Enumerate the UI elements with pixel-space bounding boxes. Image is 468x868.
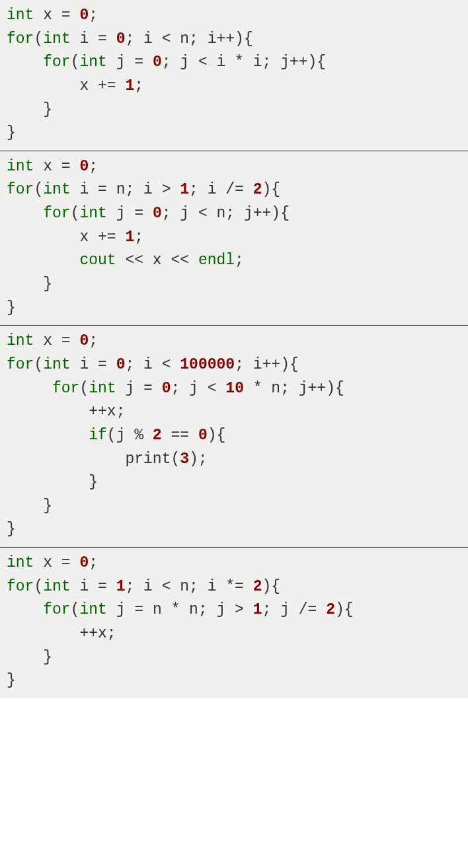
code-token: 0 xyxy=(79,554,89,571)
code-token: i = n; i > xyxy=(71,181,180,198)
code-token: } xyxy=(7,474,98,491)
code-token: int xyxy=(7,7,34,24)
code-token: for xyxy=(52,380,79,397)
code-token: print( xyxy=(7,451,180,468)
code-token: for xyxy=(7,30,34,48)
code-token: } xyxy=(7,101,52,118)
code-token: ; j < xyxy=(171,380,226,397)
code-token: j = xyxy=(107,54,153,71)
code-token: ( xyxy=(79,380,89,397)
code-token: 10 xyxy=(225,380,244,397)
code-token: ; j < n; j++){ xyxy=(162,205,290,222)
code-token: 0 xyxy=(153,54,162,71)
code-token: ; j /= xyxy=(262,601,327,618)
code-token: ( xyxy=(34,181,43,198)
code-token: x += xyxy=(7,77,125,94)
code-token: j = xyxy=(116,380,162,397)
code-token: x = xyxy=(34,7,79,24)
code-token: } xyxy=(7,299,16,316)
code-token xyxy=(7,205,43,222)
code-block: int x = 0; for(int i = 0; i < n; i++){ f… xyxy=(0,0,468,151)
code-token: } xyxy=(7,497,52,515)
code-token: } xyxy=(7,672,16,689)
code-token: ; i++){ xyxy=(235,356,299,373)
code-pre: int x = 0; for(int i = n; i > 1; i /= 2)… xyxy=(7,155,461,320)
code-token: x = xyxy=(34,554,79,571)
code-token: for xyxy=(7,356,34,373)
code-block: int x = 0; for(int i = n; i > 1; i /= 2)… xyxy=(0,151,468,326)
code-token: } xyxy=(7,521,16,538)
code-token: int xyxy=(43,578,70,595)
code-token: int xyxy=(79,601,106,618)
code-token: int xyxy=(43,30,70,48)
code-token: for xyxy=(43,54,70,71)
code-token: i = xyxy=(71,578,116,595)
code-token: ; xyxy=(89,554,98,571)
code-token: cout xyxy=(79,252,116,269)
code-token: 0 xyxy=(162,380,171,397)
code-token: 0 xyxy=(79,332,89,349)
code-token: ++x; xyxy=(7,403,125,420)
code-token: 0 xyxy=(198,427,208,444)
code-token: 0 xyxy=(79,158,89,175)
code-token: for xyxy=(7,181,34,198)
code-token: ; xyxy=(134,77,143,94)
code-token xyxy=(7,54,43,71)
code-token: 0 xyxy=(116,356,126,373)
code-token: ){ xyxy=(262,578,281,595)
code-token: 100000 xyxy=(180,356,235,373)
code-token: i = xyxy=(71,356,116,373)
code-token: int xyxy=(43,356,70,373)
code-token: ( xyxy=(34,30,43,48)
code-token: 1 xyxy=(125,229,134,246)
code-token xyxy=(7,601,43,618)
code-token: 0 xyxy=(153,205,162,222)
code-token: } xyxy=(7,649,52,666)
code-token: ( xyxy=(34,578,43,595)
code-token: 1 xyxy=(180,181,189,198)
code-token: for xyxy=(43,205,70,222)
code-token: ; xyxy=(134,229,143,246)
code-token: int xyxy=(7,332,34,349)
code-token: ){ xyxy=(262,181,281,198)
code-pre: int x = 0; for(int i = 0; i < 100000; i+… xyxy=(7,330,461,542)
code-snippet-list: int x = 0; for(int i = 0; i < n; i++){ f… xyxy=(0,0,468,698)
code-token: 1 xyxy=(125,77,134,94)
code-token: ; i /= xyxy=(189,181,253,198)
code-token xyxy=(7,380,52,397)
code-token: int xyxy=(89,380,116,397)
code-token xyxy=(7,427,89,444)
code-pre: int x = 0; for(int i = 0; i < n; i++){ f… xyxy=(7,4,461,145)
code-token: endl xyxy=(198,252,235,269)
code-token: 2 xyxy=(253,181,262,198)
code-block: int x = 0; for(int i = 1; i < n; i *= 2)… xyxy=(0,548,468,698)
code-token: 3 xyxy=(180,451,189,468)
code-token: int xyxy=(43,181,70,198)
code-token: ( xyxy=(71,54,80,71)
code-token: 2 xyxy=(326,601,335,618)
code-token: 1 xyxy=(116,578,126,595)
code-token xyxy=(7,252,79,269)
code-token: int xyxy=(79,54,106,71)
code-token: ){ xyxy=(335,601,354,618)
code-token: j = n * n; j > xyxy=(107,601,253,618)
code-token: i = xyxy=(71,30,116,48)
code-token: * n; j++){ xyxy=(244,380,344,397)
code-token: << x << xyxy=(116,252,198,269)
code-token: 1 xyxy=(253,601,262,618)
code-token: ){ xyxy=(208,427,226,444)
code-token: ; i < n; i *= xyxy=(125,578,253,595)
code-token: x = xyxy=(34,158,79,175)
code-token: ++x; xyxy=(7,625,116,642)
code-token: 0 xyxy=(116,30,126,48)
code-token: if xyxy=(89,427,107,444)
code-token: ; xyxy=(89,158,98,175)
code-token: ; xyxy=(89,7,98,24)
code-token: ; i < xyxy=(125,356,180,373)
code-token: == xyxy=(162,427,198,444)
code-token: ; j < i * i; j++){ xyxy=(162,54,326,71)
code-token: j = xyxy=(107,205,153,222)
code-token: int xyxy=(79,205,106,222)
code-token: ( xyxy=(34,356,43,373)
code-token: int xyxy=(7,554,34,571)
